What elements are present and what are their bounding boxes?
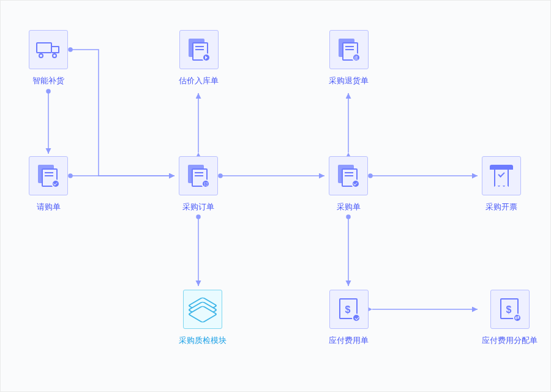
layers-icon (183, 290, 222, 329)
node-purchase-invoice[interactable]: 采购开票 (482, 156, 521, 213)
node-payable-alloc[interactable]: $ 应付费用分配单 (482, 290, 538, 346)
svg-point-0 (47, 89, 50, 93)
svg-point-2 (69, 48, 72, 51)
node-label: 应付费用单 (329, 335, 369, 346)
node-purchase-return[interactable]: 退 采购退货单 (329, 30, 369, 86)
svg-point-3 (69, 174, 72, 178)
node-label: 请购单 (37, 202, 61, 213)
node-purchase-request[interactable]: 请购单 (29, 156, 68, 213)
node-label: 采购退货单 (329, 75, 369, 86)
node-purchase-qc[interactable]: 采购质检模块 (179, 290, 227, 346)
node-label: 智能补货 (32, 75, 64, 86)
document-order-icon: 订 (179, 156, 218, 195)
money-swap-icon: $ (490, 290, 530, 329)
flow-canvas: 智能补货 估价入库单 退 采购退货单 请购单 订 采购订单 采购单 (1, 1, 550, 391)
svg-point-8 (197, 215, 200, 219)
node-label: 采购质检模块 (179, 335, 227, 346)
receipt-icon (482, 156, 521, 195)
node-label: 采购订单 (182, 202, 214, 213)
node-valuation-inbound[interactable]: 估价入库单 (179, 30, 219, 86)
document-return-icon: 退 (329, 30, 369, 69)
document-check-icon (329, 156, 368, 195)
document-arrow-icon (179, 30, 219, 69)
node-label: 采购单 (337, 202, 361, 213)
node-purchase-order[interactable]: 订 采购订单 (179, 156, 218, 213)
node-label: 应付费用分配单 (482, 335, 538, 346)
svg-point-6 (219, 174, 222, 178)
node-label: 采购开票 (485, 202, 517, 213)
node-payable-expense[interactable]: $ 应付费用单 (329, 290, 369, 346)
document-check-icon (29, 156, 68, 195)
svg-point-13 (347, 215, 350, 219)
connector-layer (1, 1, 551, 392)
node-purchase-receipt[interactable]: 采购单 (329, 156, 368, 213)
truck-icon (29, 30, 68, 69)
node-smart-replenish[interactable]: 智能补货 (29, 30, 68, 86)
node-label: 估价入库单 (179, 75, 219, 86)
money-check-icon: $ (329, 290, 369, 329)
svg-point-11 (369, 174, 372, 178)
